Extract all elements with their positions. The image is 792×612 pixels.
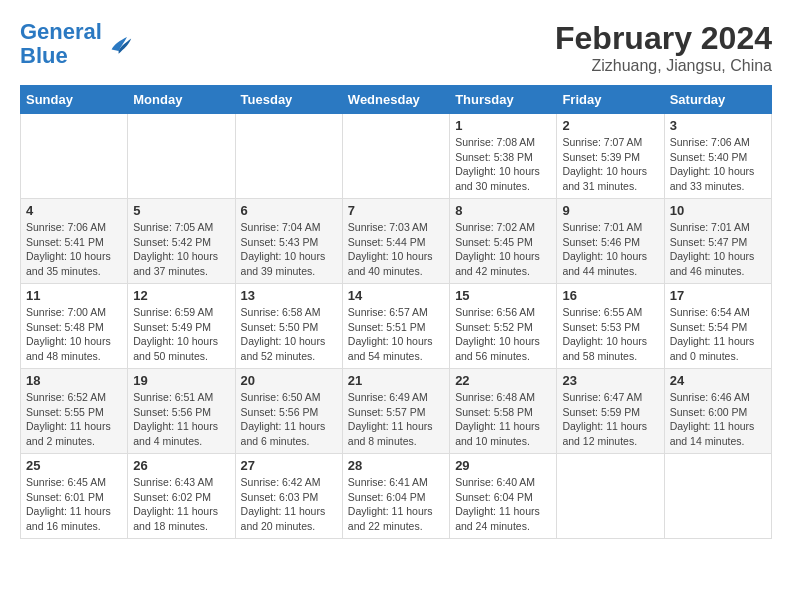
day-number: 19 [133, 373, 229, 388]
day-number: 20 [241, 373, 337, 388]
day-info: Sunrise: 6:40 AM Sunset: 6:04 PM Dayligh… [455, 475, 551, 534]
day-info: Sunrise: 6:51 AM Sunset: 5:56 PM Dayligh… [133, 390, 229, 449]
calendar-week-row: 11Sunrise: 7:00 AM Sunset: 5:48 PM Dayli… [21, 284, 772, 369]
table-row: 5Sunrise: 7:05 AM Sunset: 5:42 PM Daylig… [128, 199, 235, 284]
day-info: Sunrise: 6:52 AM Sunset: 5:55 PM Dayligh… [26, 390, 122, 449]
table-row: 19Sunrise: 6:51 AM Sunset: 5:56 PM Dayli… [128, 369, 235, 454]
day-number: 9 [562, 203, 658, 218]
day-info: Sunrise: 7:01 AM Sunset: 5:46 PM Dayligh… [562, 220, 658, 279]
table-row: 23Sunrise: 6:47 AM Sunset: 5:59 PM Dayli… [557, 369, 664, 454]
logo-blue: Blue [20, 43, 68, 68]
day-number: 23 [562, 373, 658, 388]
day-info: Sunrise: 6:50 AM Sunset: 5:56 PM Dayligh… [241, 390, 337, 449]
logo-bird-icon [106, 30, 134, 58]
table-row: 20Sunrise: 6:50 AM Sunset: 5:56 PM Dayli… [235, 369, 342, 454]
page-header: General Blue February 2024 Zizhuang, Jia… [20, 20, 772, 75]
day-info: Sunrise: 6:48 AM Sunset: 5:58 PM Dayligh… [455, 390, 551, 449]
day-number: 16 [562, 288, 658, 303]
day-info: Sunrise: 6:49 AM Sunset: 5:57 PM Dayligh… [348, 390, 444, 449]
logo-general: General [20, 19, 102, 44]
table-row: 8Sunrise: 7:02 AM Sunset: 5:45 PM Daylig… [450, 199, 557, 284]
col-friday: Friday [557, 86, 664, 114]
day-info: Sunrise: 6:59 AM Sunset: 5:49 PM Dayligh… [133, 305, 229, 364]
calendar-subtitle: Zizhuang, Jiangsu, China [555, 57, 772, 75]
col-sunday: Sunday [21, 86, 128, 114]
calendar-header-row: Sunday Monday Tuesday Wednesday Thursday… [21, 86, 772, 114]
table-row: 14Sunrise: 6:57 AM Sunset: 5:51 PM Dayli… [342, 284, 449, 369]
calendar-week-row: 4Sunrise: 7:06 AM Sunset: 5:41 PM Daylig… [21, 199, 772, 284]
day-info: Sunrise: 7:04 AM Sunset: 5:43 PM Dayligh… [241, 220, 337, 279]
day-number: 13 [241, 288, 337, 303]
table-row: 26Sunrise: 6:43 AM Sunset: 6:02 PM Dayli… [128, 454, 235, 539]
day-info: Sunrise: 7:07 AM Sunset: 5:39 PM Dayligh… [562, 135, 658, 194]
day-number: 22 [455, 373, 551, 388]
calendar-title: February 2024 [555, 20, 772, 57]
day-number: 26 [133, 458, 229, 473]
table-row: 25Sunrise: 6:45 AM Sunset: 6:01 PM Dayli… [21, 454, 128, 539]
col-monday: Monday [128, 86, 235, 114]
title-block: February 2024 Zizhuang, Jiangsu, China [555, 20, 772, 75]
col-tuesday: Tuesday [235, 86, 342, 114]
table-row: 12Sunrise: 6:59 AM Sunset: 5:49 PM Dayli… [128, 284, 235, 369]
table-row: 24Sunrise: 6:46 AM Sunset: 6:00 PM Dayli… [664, 369, 771, 454]
day-number: 14 [348, 288, 444, 303]
day-number: 27 [241, 458, 337, 473]
table-row: 1Sunrise: 7:08 AM Sunset: 5:38 PM Daylig… [450, 114, 557, 199]
day-info: Sunrise: 7:03 AM Sunset: 5:44 PM Dayligh… [348, 220, 444, 279]
logo-text: General Blue [20, 20, 102, 68]
table-row: 3Sunrise: 7:06 AM Sunset: 5:40 PM Daylig… [664, 114, 771, 199]
table-row: 6Sunrise: 7:04 AM Sunset: 5:43 PM Daylig… [235, 199, 342, 284]
table-row [21, 114, 128, 199]
day-number: 2 [562, 118, 658, 133]
table-row [664, 454, 771, 539]
day-number: 11 [26, 288, 122, 303]
day-info: Sunrise: 6:58 AM Sunset: 5:50 PM Dayligh… [241, 305, 337, 364]
table-row [128, 114, 235, 199]
day-number: 8 [455, 203, 551, 218]
day-number: 1 [455, 118, 551, 133]
day-number: 3 [670, 118, 766, 133]
day-info: Sunrise: 6:45 AM Sunset: 6:01 PM Dayligh… [26, 475, 122, 534]
table-row: 17Sunrise: 6:54 AM Sunset: 5:54 PM Dayli… [664, 284, 771, 369]
day-info: Sunrise: 6:46 AM Sunset: 6:00 PM Dayligh… [670, 390, 766, 449]
table-row: 15Sunrise: 6:56 AM Sunset: 5:52 PM Dayli… [450, 284, 557, 369]
day-info: Sunrise: 6:47 AM Sunset: 5:59 PM Dayligh… [562, 390, 658, 449]
calendar-table: Sunday Monday Tuesday Wednesday Thursday… [20, 85, 772, 539]
day-info: Sunrise: 6:43 AM Sunset: 6:02 PM Dayligh… [133, 475, 229, 534]
table-row [557, 454, 664, 539]
day-info: Sunrise: 6:55 AM Sunset: 5:53 PM Dayligh… [562, 305, 658, 364]
table-row: 27Sunrise: 6:42 AM Sunset: 6:03 PM Dayli… [235, 454, 342, 539]
table-row: 9Sunrise: 7:01 AM Sunset: 5:46 PM Daylig… [557, 199, 664, 284]
day-number: 6 [241, 203, 337, 218]
table-row: 13Sunrise: 6:58 AM Sunset: 5:50 PM Dayli… [235, 284, 342, 369]
table-row: 4Sunrise: 7:06 AM Sunset: 5:41 PM Daylig… [21, 199, 128, 284]
table-row: 2Sunrise: 7:07 AM Sunset: 5:39 PM Daylig… [557, 114, 664, 199]
day-number: 24 [670, 373, 766, 388]
day-info: Sunrise: 6:41 AM Sunset: 6:04 PM Dayligh… [348, 475, 444, 534]
table-row: 7Sunrise: 7:03 AM Sunset: 5:44 PM Daylig… [342, 199, 449, 284]
day-number: 5 [133, 203, 229, 218]
day-number: 10 [670, 203, 766, 218]
day-number: 4 [26, 203, 122, 218]
calendar-week-row: 1Sunrise: 7:08 AM Sunset: 5:38 PM Daylig… [21, 114, 772, 199]
day-number: 17 [670, 288, 766, 303]
day-info: Sunrise: 6:42 AM Sunset: 6:03 PM Dayligh… [241, 475, 337, 534]
day-number: 15 [455, 288, 551, 303]
day-info: Sunrise: 6:54 AM Sunset: 5:54 PM Dayligh… [670, 305, 766, 364]
day-info: Sunrise: 6:56 AM Sunset: 5:52 PM Dayligh… [455, 305, 551, 364]
col-saturday: Saturday [664, 86, 771, 114]
table-row: 11Sunrise: 7:00 AM Sunset: 5:48 PM Dayli… [21, 284, 128, 369]
day-info: Sunrise: 7:06 AM Sunset: 5:40 PM Dayligh… [670, 135, 766, 194]
day-info: Sunrise: 7:05 AM Sunset: 5:42 PM Dayligh… [133, 220, 229, 279]
col-thursday: Thursday [450, 86, 557, 114]
table-row: 21Sunrise: 6:49 AM Sunset: 5:57 PM Dayli… [342, 369, 449, 454]
day-info: Sunrise: 7:08 AM Sunset: 5:38 PM Dayligh… [455, 135, 551, 194]
table-row: 18Sunrise: 6:52 AM Sunset: 5:55 PM Dayli… [21, 369, 128, 454]
table-row: 28Sunrise: 6:41 AM Sunset: 6:04 PM Dayli… [342, 454, 449, 539]
calendar-week-row: 25Sunrise: 6:45 AM Sunset: 6:01 PM Dayli… [21, 454, 772, 539]
day-number: 28 [348, 458, 444, 473]
day-number: 21 [348, 373, 444, 388]
day-number: 29 [455, 458, 551, 473]
day-info: Sunrise: 7:00 AM Sunset: 5:48 PM Dayligh… [26, 305, 122, 364]
day-info: Sunrise: 6:57 AM Sunset: 5:51 PM Dayligh… [348, 305, 444, 364]
